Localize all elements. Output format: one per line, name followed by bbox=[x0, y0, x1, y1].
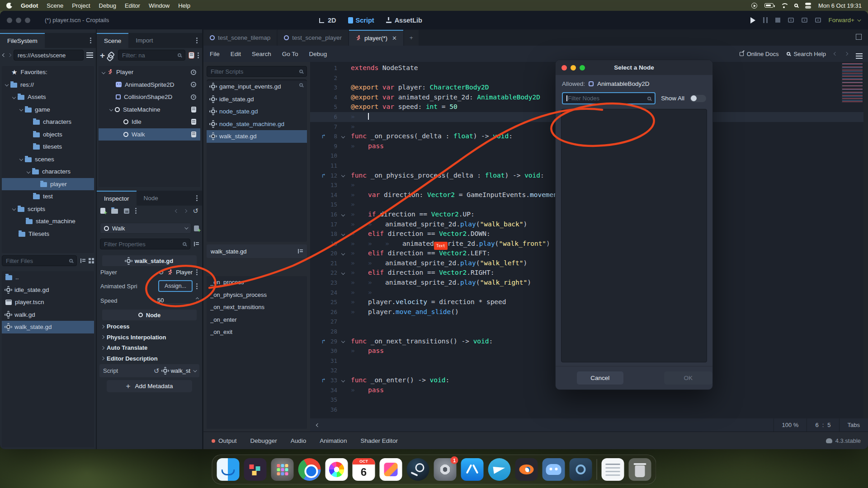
filesystem-tree-item-scenes[interactable]: scenes bbox=[2, 153, 94, 166]
sort-files-icon[interactable] bbox=[80, 258, 85, 263]
expand-icon[interactable] bbox=[109, 108, 113, 111]
filesystem-tree-item-objects[interactable]: objects bbox=[2, 128, 94, 141]
filesystem-tree-item-scripts[interactable]: scripts bbox=[2, 203, 94, 216]
inspector-menu-icon[interactable] bbox=[196, 197, 198, 199]
sort-methods-icon[interactable] bbox=[297, 249, 303, 254]
menubar-item-help[interactable]: Help bbox=[178, 2, 190, 9]
show-all-toggle[interactable] bbox=[690, 95, 706, 102]
filter-nodes-input[interactable]: Filter Nodes bbox=[562, 92, 656, 104]
fold-icon[interactable] bbox=[341, 135, 345, 138]
assign-button[interactable]: Assign... bbox=[158, 280, 193, 292]
node-section-header[interactable]: Node bbox=[102, 310, 197, 320]
collapse-panel-icon[interactable] bbox=[316, 423, 320, 427]
zoom-window-button[interactable] bbox=[25, 18, 30, 23]
screen-record-icon[interactable] bbox=[751, 3, 757, 9]
filter-files-input[interactable]: Filter Files bbox=[2, 255, 77, 266]
close-icon[interactable]: ✕ bbox=[392, 35, 397, 42]
spotlight-icon[interactable] bbox=[794, 4, 798, 7]
mode-2d[interactable]: 2D bbox=[319, 17, 336, 24]
cancel-button[interactable]: Cancel bbox=[577, 371, 623, 385]
tab-inspector[interactable]: Inspector bbox=[97, 191, 137, 206]
file-item-idle-state-gd[interactable]: idle_state.gd bbox=[2, 284, 94, 296]
devapp-icon[interactable] bbox=[570, 458, 592, 481]
tab-node[interactable]: Node bbox=[137, 191, 165, 206]
control-center-icon[interactable] bbox=[805, 3, 811, 9]
distraction-free-icon[interactable] bbox=[856, 34, 862, 40]
property-options-icon[interactable] bbox=[196, 272, 198, 273]
battery-icon[interactable] bbox=[764, 3, 774, 8]
attached-script-icon[interactable] bbox=[191, 107, 196, 113]
fold-icon[interactable] bbox=[341, 379, 345, 382]
scene-node-statemachine[interactable]: StateMachine bbox=[99, 103, 200, 116]
visibility-icon[interactable] bbox=[191, 94, 196, 100]
script-property-value[interactable]: walk_st bbox=[171, 367, 190, 374]
filesystem-tree-item-tilesets[interactable]: Tilesets bbox=[2, 228, 94, 240]
scene-filter-input[interactable]: Filter: na bbox=[118, 50, 185, 61]
bottom-tab-animation[interactable]: Animation bbox=[320, 437, 347, 444]
stop-button[interactable] bbox=[775, 18, 780, 23]
script-section-header[interactable]: walk_state.gd bbox=[102, 255, 197, 266]
filesystem-path[interactable]: res://Assets/scene bbox=[14, 50, 84, 61]
bottom-tab-shader-editor[interactable]: Shader Editor bbox=[360, 437, 398, 444]
chrome-icon[interactable] bbox=[298, 458, 321, 481]
online-docs-link[interactable]: Online Docs bbox=[740, 51, 779, 57]
load-resource-icon[interactable] bbox=[111, 209, 118, 214]
notes-icon[interactable] bbox=[602, 458, 624, 481]
movie-maker-icon[interactable] bbox=[802, 18, 807, 23]
script-item-walk-state-gd[interactable]: walk_state.gd bbox=[207, 130, 307, 143]
expand-icon[interactable] bbox=[102, 70, 105, 74]
scene-node-collisionshape2d[interactable]: CollisionShape2D bbox=[99, 91, 200, 103]
filesystem-tree-item-game[interactable]: game bbox=[2, 103, 94, 116]
filesystem-tree-item-res-[interactable]: res:// bbox=[2, 79, 94, 91]
design-icon[interactable] bbox=[380, 458, 402, 481]
inspector-group-process[interactable]: Process bbox=[97, 321, 202, 332]
open-docs-icon[interactable] bbox=[194, 225, 199, 231]
editor-tab-test-scene-tilemap[interactable]: test_scene_tilemap bbox=[203, 30, 277, 46]
fold-icon[interactable] bbox=[341, 212, 345, 216]
finder-icon[interactable] bbox=[217, 458, 240, 481]
expand-icon[interactable] bbox=[27, 170, 30, 174]
inspector-group-editor-description[interactable]: Editor Description bbox=[97, 353, 202, 364]
file-item-walk-state-gd[interactable]: walk_state.gd bbox=[2, 321, 94, 333]
quick-settings-icon[interactable] bbox=[815, 18, 821, 23]
remote-debug-icon[interactable] bbox=[788, 18, 794, 23]
menubar-item-window[interactable]: Window bbox=[149, 2, 170, 9]
nav-forward-icon[interactable] bbox=[844, 52, 848, 56]
history-back-icon[interactable] bbox=[175, 209, 179, 212]
menubar-item-debug[interactable]: Debug bbox=[99, 2, 116, 9]
aseprite-icon[interactable] bbox=[244, 458, 267, 481]
node-selector[interactable]: Walk bbox=[100, 223, 191, 234]
wifi-icon[interactable] bbox=[781, 3, 787, 8]
filesystem-tree-item-player[interactable]: player bbox=[2, 178, 94, 191]
chevron-down-icon[interactable] bbox=[193, 368, 197, 372]
tab-scene[interactable]: Scene bbox=[97, 33, 128, 48]
menubar-item-scene[interactable]: Scene bbox=[47, 2, 63, 9]
scene-node-player[interactable]: Player bbox=[99, 66, 200, 79]
expand-icon[interactable] bbox=[19, 108, 23, 111]
ok-button[interactable]: OK bbox=[664, 371, 712, 385]
filesystem-tree-item-characters[interactable]: characters bbox=[2, 165, 94, 178]
zoom-level[interactable]: 100 % bbox=[774, 418, 807, 432]
pause-button[interactable] bbox=[763, 17, 768, 23]
history-icon[interactable]: ↺ bbox=[193, 207, 198, 214]
script-item-game-input-events-gd[interactable]: game_input_events.gd bbox=[207, 80, 307, 93]
appstore-icon[interactable] bbox=[461, 458, 484, 481]
script-list-toggle-icon[interactable] bbox=[856, 53, 863, 54]
speed-value-field[interactable]: 50 bbox=[157, 297, 193, 304]
nav-forward-icon[interactable] bbox=[8, 53, 11, 57]
file-item-walk-gd[interactable]: walk.gd bbox=[2, 309, 94, 321]
current-script-bar[interactable]: walk_state.gd bbox=[207, 244, 307, 258]
instance-scene-icon[interactable] bbox=[107, 51, 115, 59]
attached-script-icon[interactable] bbox=[191, 131, 196, 137]
menubar-item-godot[interactable]: Godot bbox=[21, 2, 38, 9]
renderer-select[interactable]: Forward+ bbox=[829, 17, 860, 23]
bottom-tab-debugger[interactable]: Debugger bbox=[250, 437, 277, 444]
tab-filesystem[interactable]: FileSystem bbox=[0, 33, 45, 48]
play-button[interactable] bbox=[750, 17, 755, 23]
fold-icon[interactable] bbox=[341, 252, 345, 255]
search-help-link[interactable]: Search Help bbox=[787, 51, 826, 57]
node-tree-area[interactable] bbox=[561, 109, 707, 362]
code-line-36[interactable]: 36 bbox=[310, 405, 868, 415]
editor-tab-player-[interactable]: player(*)✕ bbox=[349, 30, 403, 46]
inspector-group-auto-translate[interactable]: Auto Translate bbox=[97, 343, 202, 353]
